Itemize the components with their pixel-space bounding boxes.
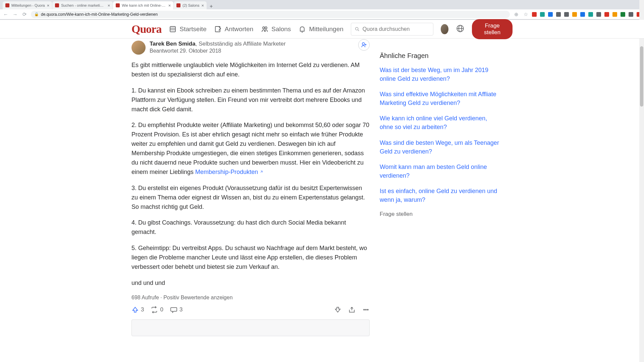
reload-button[interactable]: ⟳ (21, 11, 28, 17)
language-button[interactable] (456, 24, 465, 34)
follow-author-button[interactable] (358, 39, 370, 51)
svg-point-4 (263, 27, 265, 29)
back-button[interactable]: ← (3, 11, 9, 17)
extensions-row (532, 12, 641, 17)
svg-point-11 (362, 43, 365, 45)
view-upvoters-link[interactable]: Positiv Bewertende anzeigen (163, 295, 232, 300)
extension-icon[interactable] (621, 12, 625, 17)
extension-icon[interactable] (588, 12, 593, 17)
related-question[interactable]: Wie kann ich online viel Geld verdienen,… (380, 114, 500, 131)
nav-label: Salons (271, 25, 291, 33)
extension-icon[interactable] (604, 12, 609, 17)
answer-paragraph: 1. Du kannst ein Ebook schreiben zu eine… (131, 86, 370, 114)
new-tab-button[interactable]: + (207, 3, 215, 9)
favicon-icon (55, 3, 59, 7)
close-icon[interactable]: × (168, 3, 171, 8)
related-question[interactable]: Was sind effektive Möglichkeiten mit Aff… (380, 90, 500, 107)
svg-point-5 (265, 27, 267, 29)
favicon-icon (176, 3, 180, 7)
home-icon (169, 25, 177, 33)
nav-notifications[interactable]: Mitteilungen (298, 25, 343, 33)
address-bar[interactable]: 🔒 de.quora.com/Wie-kann-ich-mit-Online-M… (31, 11, 510, 18)
browser-tab[interactable]: Suchen - online marketing - G × (52, 1, 113, 9)
tab-title: Suchen - online marketing - G (61, 3, 105, 7)
forward-button[interactable]: → (12, 11, 18, 17)
favicon-icon (5, 3, 9, 7)
nav-spaces[interactable]: Salons (261, 25, 291, 33)
browser-tab[interactable]: Mitteilungen - Quora × (3, 1, 52, 9)
favicon-icon (116, 3, 120, 7)
related-question[interactable]: Womit kann man am besten Geld online ver… (380, 163, 500, 180)
tab-strip: Mitteilungen - Quora × Suchen - online m… (0, 0, 644, 9)
scrollbar-track[interactable] (639, 19, 644, 350)
extension-icon[interactable] (556, 12, 561, 17)
scrollbar-track (639, 0, 644, 19)
extension-icon[interactable] (532, 12, 537, 17)
extension-icon[interactable] (612, 12, 617, 17)
action-row: 3 0 3 (131, 305, 370, 319)
zoom-icon[interactable]: ⊕ (513, 11, 519, 17)
extension-icon[interactable] (572, 12, 577, 17)
globe-icon (456, 24, 465, 33)
user-avatar[interactable] (441, 24, 448, 34)
related-question[interactable]: Ist es einfach, online Geld zu verdienen… (380, 187, 500, 204)
search-input[interactable] (363, 26, 430, 32)
reshare-button[interactable]: 0 (151, 306, 163, 313)
related-question[interactable]: Was ist der beste Weg, um im Jahr 2019 o… (380, 66, 500, 83)
tab-title: Wie kann ich mit Online-Mark (122, 3, 166, 7)
author-line: Tarek Ben Smida, Selbstständig als Affil… (150, 41, 370, 47)
upvote-button[interactable]: 3 (131, 306, 144, 313)
url-text: de.quora.com/Wie-kann-ich-mit-Online-Mar… (41, 12, 158, 17)
more-button[interactable] (362, 306, 370, 313)
browser-tab-active[interactable]: Wie kann ich mit Online-Mark × (113, 1, 173, 9)
star-icon[interactable]: ☆ (523, 11, 529, 17)
quora-logo[interactable]: Quora (131, 23, 161, 36)
edit-icon (214, 25, 222, 33)
svg-line-7 (358, 30, 359, 31)
svg-point-17 (367, 309, 368, 310)
extension-icon[interactable] (564, 12, 569, 17)
sidebar-ask-link[interactable]: Frage stellen (380, 211, 500, 218)
search-box[interactable] (351, 23, 433, 36)
author-avatar[interactable] (131, 41, 146, 55)
answer-paragraph: und und und (131, 279, 370, 288)
svg-point-15 (364, 309, 365, 310)
extension-icon[interactable] (629, 12, 633, 17)
extension-icon[interactable] (540, 12, 545, 17)
author-name[interactable]: Tarek Ben Smida (150, 41, 196, 47)
nav-label: Mitteilungen (309, 25, 343, 33)
comment-icon (170, 306, 177, 313)
author-credential: , Selbstständig als Affiliate Marketer (196, 41, 286, 47)
related-question[interactable]: Was sind die besten Wege, um als Teenage… (380, 138, 500, 156)
downvote-button[interactable] (334, 306, 341, 313)
extension-icon[interactable] (596, 12, 601, 17)
view-count: 698 Aufrufe (131, 295, 159, 300)
lock-icon: 🔒 (34, 12, 39, 16)
nav-label: Antworten (225, 25, 254, 33)
close-icon[interactable]: × (108, 3, 110, 8)
more-icon (362, 306, 370, 313)
content-area: Tarek Ben Smida, Selbstständig als Affil… (127, 39, 517, 350)
answer-paragraph: Es gibt mittlerweile unglaublich viele M… (131, 61, 370, 79)
membership-link[interactable]: Membership-Produkten (195, 169, 263, 175)
svg-rect-0 (170, 26, 175, 32)
tab-title: Mitteilungen - Quora (11, 3, 45, 7)
main-column: Tarek Ben Smida, Selbstständig als Affil… (131, 39, 370, 350)
scrollbar-thumb[interactable] (640, 46, 643, 107)
comment-button[interactable]: 3 (170, 306, 182, 313)
close-icon[interactable]: × (201, 3, 204, 8)
ask-question-button[interactable]: Frage stellen (472, 19, 513, 39)
bell-icon (298, 25, 306, 33)
nav-home[interactable]: Startseite (169, 25, 206, 33)
share-button[interactable] (348, 306, 356, 313)
close-icon[interactable]: × (47, 3, 50, 8)
extension-icon[interactable] (580, 12, 585, 17)
svg-line-14 (261, 171, 262, 173)
nav-answer[interactable]: Antworten (214, 25, 254, 33)
reshare-count: 0 (160, 306, 163, 313)
answer-date[interactable]: Beantwortet 29. Oktober 2018 (150, 48, 370, 54)
browser-tab[interactable]: (2) Salons × (174, 1, 207, 9)
extension-icon[interactable] (548, 12, 553, 17)
downvote-icon (334, 306, 341, 313)
comment-input[interactable] (131, 319, 370, 336)
